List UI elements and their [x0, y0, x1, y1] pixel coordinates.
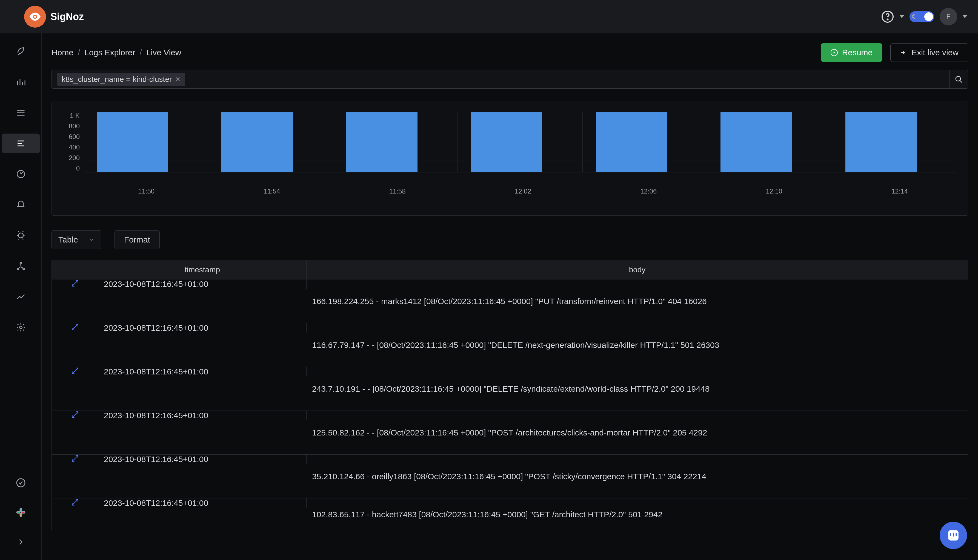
nav-usage[interactable]: [2, 287, 40, 307]
bar-slot[interactable]: [458, 112, 582, 172]
crumb-sep: /: [78, 48, 80, 57]
chart-plot[interactable]: [84, 112, 962, 172]
nav-logs[interactable]: [2, 133, 40, 153]
bar-slot[interactable]: [583, 112, 707, 172]
ytick: 400: [69, 143, 80, 151]
xtick: 12:02: [460, 187, 586, 195]
search-icon: [955, 75, 963, 83]
view-mode-value: Table: [59, 235, 78, 244]
cell-body: 243.7.10.191 - - [08/Oct/2023:11:16:45 +…: [306, 367, 968, 410]
xtick: 11:54: [209, 187, 334, 195]
crumb-sep: /: [139, 48, 142, 57]
format-button[interactable]: Format: [115, 230, 160, 249]
filter-input[interactable]: k8s_cluster_name = kind-cluster ✕: [52, 70, 950, 89]
logo-eye-icon: [24, 6, 46, 28]
help-icon[interactable]: [881, 10, 894, 23]
moon-icon: ☾: [912, 13, 917, 20]
table-row[interactable]: 2023-10-08T12:16:45+01:00 243.7.10.191 -…: [52, 367, 968, 411]
x-axis: 11:5011:5411:5812:0212:0612:1012:14: [84, 187, 962, 195]
col-expand-header: [52, 260, 99, 279]
side-nav: [0, 33, 42, 560]
xtick: 12:10: [711, 187, 837, 195]
ytick: 600: [69, 133, 80, 141]
table-row[interactable]: 2023-10-08T12:16:45+01:00 102.83.65.117 …: [52, 498, 968, 531]
svg-point-9: [17, 479, 25, 487]
main-content: Home / Logs Explorer / Live View Resume …: [42, 33, 978, 560]
nav-slack[interactable]: [2, 503, 40, 522]
bar: [346, 112, 418, 172]
table-controls: Table Format: [52, 230, 968, 249]
nav-getstarted[interactable]: [2, 42, 40, 61]
arrow-left-icon: [900, 49, 907, 56]
exit-live-view-button[interactable]: Exit live view: [890, 43, 968, 62]
table-row[interactable]: 2023-10-08T12:16:45+01:00 116.67.79.147 …: [52, 323, 968, 367]
ytick: 200: [69, 154, 80, 162]
breadcrumb-row: Home / Logs Explorer / Live View Resume …: [52, 43, 968, 62]
col-body-header: body: [306, 265, 968, 274]
bar: [846, 112, 917, 172]
bar-slot[interactable]: [84, 112, 208, 172]
bar: [221, 112, 293, 172]
filter-row: k8s_cluster_name = kind-cluster ✕: [52, 70, 968, 89]
exit-label: Exit live view: [911, 48, 958, 57]
bar-slot[interactable]: [333, 112, 458, 172]
xtick: 12:06: [586, 187, 711, 195]
y-axis: 1 K 800 600 400 200 0: [57, 112, 84, 172]
brand-logo[interactable]: SigNoz: [24, 6, 84, 28]
crumb-logs-explorer[interactable]: Logs Explorer: [84, 48, 135, 57]
svg-point-5: [20, 262, 22, 264]
expand-row-icon[interactable]: [52, 280, 99, 287]
bar-slot[interactable]: [208, 112, 333, 172]
filter-chip[interactable]: k8s_cluster_name = kind-cluster ✕: [57, 73, 185, 86]
nav-servicemap[interactable]: [2, 256, 40, 276]
expand-row-icon[interactable]: [52, 367, 99, 375]
svg-rect-11: [17, 512, 20, 513]
avatar-initial: F: [946, 12, 951, 21]
play-icon: [831, 49, 838, 56]
expand-row-icon[interactable]: [52, 411, 99, 418]
bar: [596, 112, 667, 172]
table-row[interactable]: 2023-10-08T12:16:45+01:00 35.210.124.66 …: [52, 455, 968, 498]
svg-point-15: [956, 77, 960, 81]
crumb-live-view[interactable]: Live View: [146, 48, 181, 57]
theme-toggle[interactable]: ☾: [909, 11, 934, 22]
xtick: 11:58: [335, 187, 460, 195]
nav-alerts[interactable]: [2, 195, 40, 215]
help-dropdown-chevron-icon[interactable]: [899, 15, 904, 18]
filter-chip-remove-icon[interactable]: ✕: [175, 75, 181, 83]
bar-slot[interactable]: [832, 112, 957, 172]
resume-button[interactable]: Resume: [821, 43, 883, 62]
view-mode-select[interactable]: Table: [52, 230, 101, 249]
expand-row-icon[interactable]: [52, 498, 99, 506]
xtick: 11:50: [84, 187, 209, 195]
table-row[interactable]: 2023-10-08T12:16:45+01:00 166.198.224.25…: [52, 280, 968, 323]
cell-timestamp: 2023-10-08T12:16:45+01:00: [99, 367, 306, 376]
nav-metrics[interactable]: [2, 72, 40, 92]
breadcrumb: Home / Logs Explorer / Live View: [52, 48, 181, 57]
nav-status[interactable]: [2, 473, 40, 493]
log-volume-chart: 1 K 800 600 400 200 0 11:5011:5411:5812:…: [52, 101, 968, 216]
nav-traces[interactable]: [2, 103, 40, 123]
nav-settings[interactable]: [2, 317, 40, 337]
filter-chip-text: k8s_cluster_name = kind-cluster: [62, 75, 172, 84]
bar: [721, 112, 792, 172]
nav-dashboards[interactable]: [2, 164, 40, 184]
search-button[interactable]: [950, 70, 968, 89]
intercom-launcher[interactable]: [940, 522, 967, 549]
user-avatar[interactable]: F: [940, 8, 957, 25]
cell-timestamp: 2023-10-08T12:16:45+01:00: [99, 280, 306, 289]
bar: [471, 112, 542, 172]
user-dropdown-chevron-icon[interactable]: [963, 15, 967, 18]
table-row[interactable]: 2023-10-08T12:16:45+01:00 125.50.82.162 …: [52, 411, 968, 455]
bar-slot[interactable]: [707, 112, 832, 172]
nav-exceptions[interactable]: [2, 225, 40, 245]
expand-row-icon[interactable]: [52, 323, 99, 331]
crumb-home[interactable]: Home: [52, 48, 74, 57]
ytick: 1 K: [70, 112, 80, 120]
topbar: SigNoz ☾ F: [0, 0, 978, 33]
table-header: timestamp body: [52, 260, 968, 280]
cell-body: 166.198.224.255 - marks1412 [08/Oct/2023…: [306, 280, 968, 323]
svg-point-8: [20, 326, 22, 329]
expand-row-icon[interactable]: [52, 455, 99, 462]
nav-expand[interactable]: [2, 532, 40, 552]
